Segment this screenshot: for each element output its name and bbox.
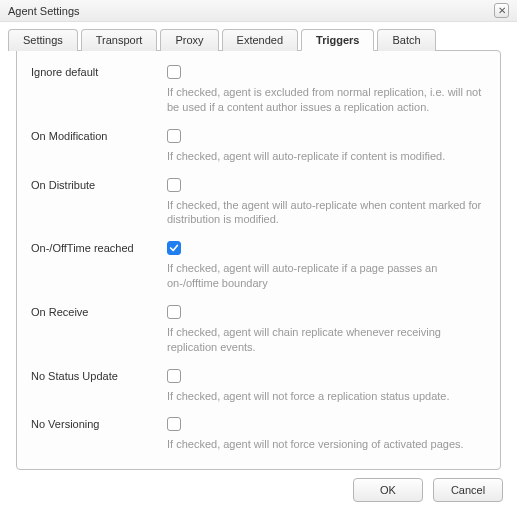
- trigger-body: If checked, the agent will auto-replicat…: [167, 178, 486, 228]
- trigger-label: No Versioning: [31, 417, 167, 430]
- trigger-checkbox[interactable]: [167, 369, 181, 383]
- trigger-description: If checked, agent will auto-replicate if…: [167, 149, 486, 164]
- trigger-checkbox[interactable]: [167, 129, 181, 143]
- trigger-checkbox[interactable]: [167, 178, 181, 192]
- tab-transport[interactable]: Transport: [81, 29, 158, 51]
- trigger-label: No Status Update: [31, 369, 167, 382]
- trigger-body: If checked, agent will not force a repli…: [167, 369, 486, 404]
- trigger-row: On DistributeIf checked, the agent will …: [31, 178, 486, 228]
- tab-proxy[interactable]: Proxy: [160, 29, 218, 51]
- trigger-description: If checked, agent will not force a repli…: [167, 389, 486, 404]
- trigger-label: On Modification: [31, 129, 167, 142]
- ok-button[interactable]: OK: [353, 478, 423, 502]
- trigger-label: On Distribute: [31, 178, 167, 191]
- trigger-description: If checked, the agent will auto-replicat…: [167, 198, 486, 228]
- close-icon[interactable]: ✕: [494, 3, 509, 18]
- trigger-checkbox[interactable]: [167, 241, 181, 255]
- tab-strip: SettingsTransportProxyExtendedTriggersBa…: [0, 22, 517, 470]
- trigger-row: On-/OffTime reachedIf checked, agent wil…: [31, 241, 486, 291]
- trigger-body: If checked, agent is excluded from norma…: [167, 65, 486, 115]
- trigger-row: On ReceiveIf checked, agent will chain r…: [31, 305, 486, 355]
- trigger-description: If checked, agent will auto-replicate if…: [167, 261, 486, 291]
- trigger-description: If checked, agent will not force version…: [167, 437, 486, 452]
- window-title: Agent Settings: [8, 5, 80, 17]
- trigger-body: If checked, agent will not force version…: [167, 417, 486, 452]
- titlebar: Agent Settings ✕: [0, 0, 517, 22]
- trigger-checkbox[interactable]: [167, 417, 181, 431]
- trigger-row: No VersioningIf checked, agent will not …: [31, 417, 486, 452]
- trigger-label: On Receive: [31, 305, 167, 318]
- trigger-body: If checked, agent will auto-replicate if…: [167, 241, 486, 291]
- tab-triggers[interactable]: Triggers: [301, 29, 374, 51]
- trigger-checkbox[interactable]: [167, 65, 181, 79]
- trigger-label: Ignore default: [31, 65, 167, 78]
- trigger-row: Ignore defaultIf checked, agent is exclu…: [31, 65, 486, 115]
- cancel-button[interactable]: Cancel: [433, 478, 503, 502]
- trigger-checkbox[interactable]: [167, 305, 181, 319]
- trigger-body: If checked, agent will auto-replicate if…: [167, 129, 486, 164]
- tab-settings[interactable]: Settings: [8, 29, 78, 51]
- tab-panel-triggers: Ignore defaultIf checked, agent is exclu…: [16, 50, 501, 470]
- trigger-description: If checked, agent is excluded from norma…: [167, 85, 486, 115]
- tab-extended[interactable]: Extended: [222, 29, 298, 51]
- trigger-body: If checked, agent will chain replicate w…: [167, 305, 486, 355]
- dialog-footer: OK Cancel: [353, 478, 503, 502]
- trigger-row: On ModificationIf checked, agent will au…: [31, 129, 486, 164]
- tab-batch[interactable]: Batch: [377, 29, 435, 51]
- trigger-label: On-/OffTime reached: [31, 241, 167, 254]
- trigger-description: If checked, agent will chain replicate w…: [167, 325, 486, 355]
- trigger-row: No Status UpdateIf checked, agent will n…: [31, 369, 486, 404]
